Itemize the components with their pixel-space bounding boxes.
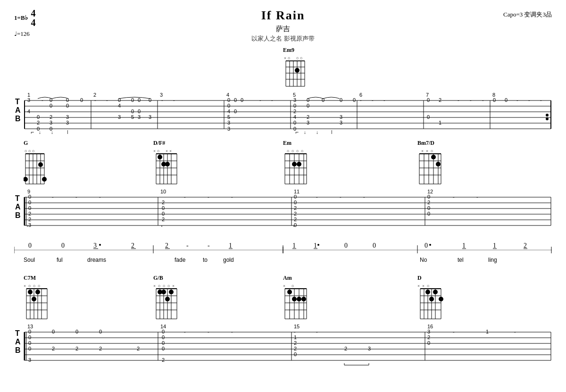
svg-text:-: - xyxy=(453,329,455,334)
svg-text:0: 0 xyxy=(427,114,430,120)
svg-text:2: 2 xyxy=(162,200,165,205)
svg-text:0: 0 xyxy=(149,97,151,103)
svg-text:○: ○ xyxy=(287,149,289,153)
svg-text:0: 0 xyxy=(28,242,32,249)
svg-text:2: 2 xyxy=(294,211,297,217)
svg-text:0: 0 xyxy=(28,200,31,205)
svg-text:4: 4 xyxy=(27,108,30,114)
svg-point-274 xyxy=(429,244,431,246)
svg-text:0: 0 xyxy=(28,340,31,346)
svg-text:B: B xyxy=(15,346,21,354)
svg-text:-: - xyxy=(42,97,43,103)
svg-text:3: 3 xyxy=(66,120,69,125)
svg-text:tel: tel xyxy=(458,257,464,263)
svg-text:×: × xyxy=(153,284,156,288)
svg-text:0: 0 xyxy=(427,340,430,346)
svg-text:○: ○ xyxy=(28,149,31,153)
svg-point-16 xyxy=(295,68,300,73)
svg-text:2: 2 xyxy=(99,346,102,351)
svg-point-157 xyxy=(158,155,162,159)
time-sig-top: 4 xyxy=(31,8,36,18)
svg-text:0: 0 xyxy=(294,194,297,200)
svg-text:1: 1 xyxy=(294,334,297,340)
chord-em: Em ○ ○ ○ ○ xyxy=(283,140,310,188)
svg-text:2: 2 xyxy=(131,242,134,249)
svg-point-327 xyxy=(169,290,174,294)
svg-point-341 xyxy=(287,290,292,294)
svg-text:○: ○ xyxy=(427,284,429,288)
svg-text:-: - xyxy=(340,194,341,200)
svg-text:○: ○ xyxy=(291,149,294,153)
chord-bm7d: Bm7/D × × ○ xyxy=(417,140,445,188)
svg-text:|: | xyxy=(67,130,68,134)
song-title: If Rain xyxy=(14,8,552,23)
chord-df-sharp: D/F# × ○ × × xyxy=(153,140,181,188)
svg-text:0: 0 xyxy=(340,97,342,103)
svg-text:-: - xyxy=(208,194,209,200)
svg-text:0: 0 xyxy=(293,120,296,125)
svg-text:T: T xyxy=(15,194,20,202)
svg-text:↓: ↓ xyxy=(316,130,318,134)
notation-line: 0 0 3 2 2 - - 1 xyxy=(14,234,552,269)
svg-text:×: × xyxy=(421,149,424,153)
staff-section-3: 0 0 3 2 2 - - 1 xyxy=(14,234,552,269)
svg-text:-: - xyxy=(184,329,186,334)
meta-right: Capo=3 变调夹3品 xyxy=(503,10,552,19)
svg-text:×: × xyxy=(172,284,175,288)
svg-text:0: 0 xyxy=(294,351,297,357)
svg-text:-: - xyxy=(161,97,163,103)
svg-text:×: × xyxy=(153,149,156,153)
svg-text:A: A xyxy=(15,106,21,114)
svg-text:Soul: Soul xyxy=(24,257,35,263)
svg-text:3: 3 xyxy=(293,97,296,103)
svg-text:3: 3 xyxy=(28,222,31,227)
svg-text:2: 2 xyxy=(75,346,78,351)
svg-text:↓: ↓ xyxy=(39,130,41,134)
svg-point-115 xyxy=(546,114,549,117)
svg-text:2: 2 xyxy=(294,217,297,222)
svg-text:0: 0 xyxy=(37,114,40,120)
svg-text:0: 0 xyxy=(307,103,309,108)
svg-text:ling: ling xyxy=(488,257,497,263)
svg-point-344 xyxy=(301,297,306,301)
svg-text:-: - xyxy=(516,97,518,103)
svg-text:-: - xyxy=(173,97,175,103)
svg-text:×: × xyxy=(422,284,424,288)
svg-text:↓: ↓ xyxy=(304,130,306,134)
svg-text:-: - xyxy=(458,97,459,103)
svg-text:-: - xyxy=(294,329,296,334)
chord-em9: Em9 × ○ ○ ○ xyxy=(283,47,308,90)
svg-text:0: 0 xyxy=(427,194,430,200)
svg-text:3: 3 xyxy=(93,242,97,249)
page: If Rain 1=B♭ 4 4 ♩=126 Capo=3 变调夹3品 萨吉 以… xyxy=(0,0,566,382)
svg-point-159 xyxy=(165,162,170,167)
svg-text:-: - xyxy=(540,97,542,103)
svg-text:gold: gold xyxy=(223,257,234,263)
chord-em-grid: ○ ○ ○ ○ xyxy=(283,148,310,186)
chord-gb-grid: × ○ ○ ○ × xyxy=(153,283,183,321)
svg-text:-: - xyxy=(75,194,77,200)
tab-staff-2: T A B 9 10 11 12 0 0 xyxy=(14,187,552,227)
svg-text:dreams: dreams xyxy=(87,257,106,263)
svg-text:-: - xyxy=(470,97,472,103)
svg-text:0: 0 xyxy=(294,200,297,205)
svg-text:3: 3 xyxy=(50,120,52,125)
svg-text:3: 3 xyxy=(66,114,69,120)
svg-text:2: 2 xyxy=(344,346,347,351)
svg-point-361 xyxy=(433,290,438,294)
svg-point-305 xyxy=(28,290,33,294)
svg-text:×: × xyxy=(169,149,172,153)
svg-text:2: 2 xyxy=(524,242,527,249)
svg-text:○: ○ xyxy=(296,56,299,60)
svg-text:0: 0 xyxy=(61,242,65,249)
svg-text:3: 3 xyxy=(149,114,151,120)
svg-text:○: ○ xyxy=(296,149,299,153)
svg-text:0: 0 xyxy=(28,346,31,351)
svg-text:0: 0 xyxy=(99,329,102,334)
svg-text:○: ○ xyxy=(167,284,170,288)
time-sig-bottom: 4 xyxy=(31,18,36,27)
meta-left: 1=B♭ 4 4 ♩=126 xyxy=(14,8,36,43)
artist-name: 萨吉 xyxy=(14,25,552,33)
svg-text:0: 0 xyxy=(118,97,121,103)
svg-point-116 xyxy=(546,117,549,120)
